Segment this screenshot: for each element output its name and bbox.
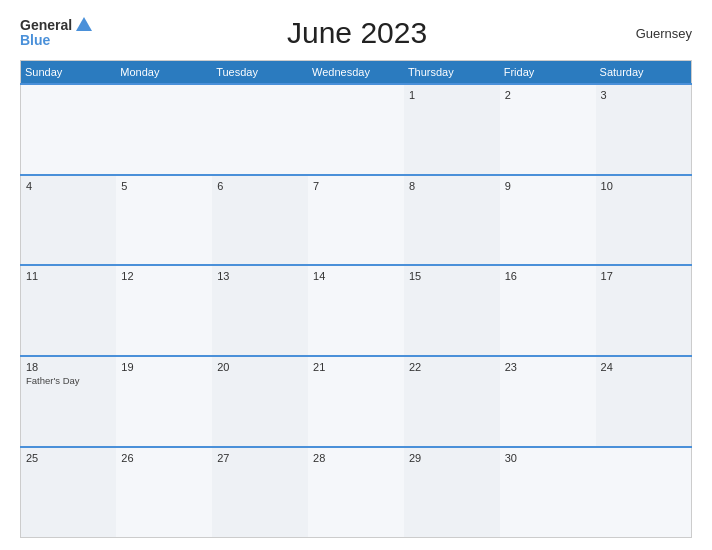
calendar-cell: 2 <box>500 84 596 175</box>
day-number: 9 <box>505 180 591 192</box>
calendar-table: Sunday Monday Tuesday Wednesday Thursday… <box>20 60 692 538</box>
calendar-week-row: 252627282930 <box>21 447 692 538</box>
calendar-body: 123456789101112131415161718Father's Day1… <box>21 84 692 538</box>
calendar-cell: 19 <box>116 356 212 447</box>
header-saturday: Saturday <box>596 61 692 85</box>
calendar-cell: 12 <box>116 265 212 356</box>
calendar-week-row: 45678910 <box>21 175 692 266</box>
calendar-cell: 22 <box>404 356 500 447</box>
day-number: 17 <box>601 270 686 282</box>
day-number: 2 <box>505 89 591 101</box>
calendar-title: June 2023 <box>92 16 622 50</box>
day-number: 3 <box>601 89 686 101</box>
calendar-cell: 15 <box>404 265 500 356</box>
calendar-cell: 10 <box>596 175 692 266</box>
calendar-cell: 24 <box>596 356 692 447</box>
logo-triangle-icon <box>76 17 92 31</box>
calendar-cell: 6 <box>212 175 308 266</box>
day-number: 19 <box>121 361 207 373</box>
day-number: 13 <box>217 270 303 282</box>
calendar-header: Sunday Monday Tuesday Wednesday Thursday… <box>21 61 692 85</box>
day-number: 28 <box>313 452 399 464</box>
calendar-cell: 14 <box>308 265 404 356</box>
calendar-cell: 23 <box>500 356 596 447</box>
day-number: 21 <box>313 361 399 373</box>
day-number: 23 <box>505 361 591 373</box>
day-number: 14 <box>313 270 399 282</box>
calendar-week-row: 11121314151617 <box>21 265 692 356</box>
calendar-cell: 18Father's Day <box>21 356 117 447</box>
day-number: 24 <box>601 361 686 373</box>
region-label: Guernsey <box>622 26 692 41</box>
day-number: 27 <box>217 452 303 464</box>
logo-block: General Blue <box>20 17 92 48</box>
logo-blue-text: Blue <box>20 33 50 48</box>
calendar-cell: 29 <box>404 447 500 538</box>
day-number: 11 <box>26 270 111 282</box>
day-number: 18 <box>26 361 111 373</box>
calendar-cell: 20 <box>212 356 308 447</box>
day-number: 7 <box>313 180 399 192</box>
calendar-cell: 1 <box>404 84 500 175</box>
calendar-cell <box>308 84 404 175</box>
day-number: 22 <box>409 361 495 373</box>
calendar-cell <box>596 447 692 538</box>
header-monday: Monday <box>116 61 212 85</box>
calendar-cell: 27 <box>212 447 308 538</box>
calendar-cell: 7 <box>308 175 404 266</box>
calendar-cell <box>212 84 308 175</box>
day-number: 30 <box>505 452 591 464</box>
logo-general-text: General <box>20 18 72 33</box>
header-thursday: Thursday <box>404 61 500 85</box>
header-sunday: Sunday <box>21 61 117 85</box>
day-number: 20 <box>217 361 303 373</box>
calendar-cell <box>21 84 117 175</box>
header-friday: Friday <box>500 61 596 85</box>
header-wednesday: Wednesday <box>308 61 404 85</box>
calendar-cell: 30 <box>500 447 596 538</box>
day-number: 6 <box>217 180 303 192</box>
day-number: 26 <box>121 452 207 464</box>
day-number: 12 <box>121 270 207 282</box>
day-number: 8 <box>409 180 495 192</box>
weekday-header-row: Sunday Monday Tuesday Wednesday Thursday… <box>21 61 692 85</box>
calendar-cell <box>116 84 212 175</box>
logo-row1: General <box>20 17 92 33</box>
calendar-cell: 17 <box>596 265 692 356</box>
calendar-cell: 5 <box>116 175 212 266</box>
calendar-week-row: 18Father's Day192021222324 <box>21 356 692 447</box>
calendar-cell: 3 <box>596 84 692 175</box>
logo: General Blue <box>20 17 92 48</box>
day-number: 29 <box>409 452 495 464</box>
day-number: 5 <box>121 180 207 192</box>
day-number: 1 <box>409 89 495 101</box>
header: General Blue June 2023 Guernsey <box>20 16 692 50</box>
day-number: 15 <box>409 270 495 282</box>
page: General Blue June 2023 Guernsey Sunday M… <box>0 0 712 550</box>
day-number: 10 <box>601 180 686 192</box>
day-event: Father's Day <box>26 375 111 386</box>
calendar-cell: 8 <box>404 175 500 266</box>
calendar-cell: 25 <box>21 447 117 538</box>
calendar-cell: 28 <box>308 447 404 538</box>
calendar-cell: 21 <box>308 356 404 447</box>
calendar-week-row: 123 <box>21 84 692 175</box>
calendar-cell: 16 <box>500 265 596 356</box>
calendar-cell: 9 <box>500 175 596 266</box>
calendar-cell: 26 <box>116 447 212 538</box>
day-number: 25 <box>26 452 111 464</box>
day-number: 4 <box>26 180 111 192</box>
calendar-cell: 13 <box>212 265 308 356</box>
day-number: 16 <box>505 270 591 282</box>
calendar-cell: 11 <box>21 265 117 356</box>
calendar-cell: 4 <box>21 175 117 266</box>
header-tuesday: Tuesday <box>212 61 308 85</box>
